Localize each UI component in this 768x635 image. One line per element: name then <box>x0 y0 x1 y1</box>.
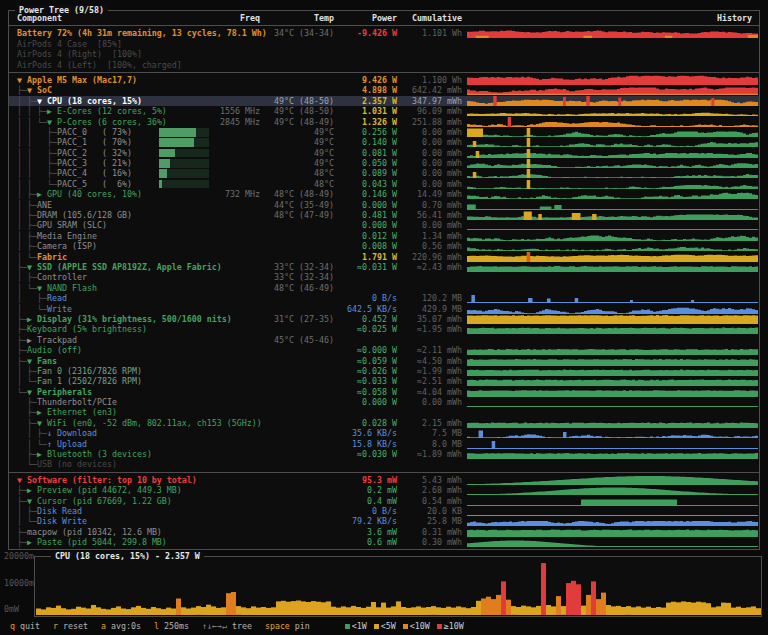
tree-row[interactable]: │ ├─▼ CPU (18 cores, 15%)49°C (48-50)2.3… <box>9 96 759 106</box>
core-usage-bar <box>159 149 209 158</box>
power-tree-panel: Power Tree (9/58) ComponentFreqTempPower… <box>8 10 760 550</box>
temp-value: 49°C <box>264 137 334 148</box>
component-name: PACC_5 ( 6%) <box>57 179 132 189</box>
component-name: ▼ P-Cores (6 cores, 36%) <box>47 117 167 127</box>
tree-row[interactable]: │ └─↑ Upload15.8 KB/s8.0 MB <box>9 439 759 449</box>
power-value: 0.000 W <box>337 200 397 211</box>
hotkey-tree[interactable]: ↑↓←→↵ tree <box>202 621 252 631</box>
tree-row[interactable]: │ └─Fan 1 (2502/7826 RPM)≈0.033 W≈2.51 m… <box>9 376 759 386</box>
history-sparkline <box>467 137 758 147</box>
tree-prefix: ├─ <box>17 324 27 334</box>
power-legend: <1W<5W<10W≥10W <box>345 621 464 631</box>
component-name: ▼ Cursor (pid 67669, 1.22 GB) <box>27 496 172 506</box>
hotkey-reset[interactable]: r reset <box>53 621 88 631</box>
tree-row[interactable]: ├─▼ Cursor (pid 67669, 1.22 GB)0.4 mW0.5… <box>9 496 759 506</box>
component-name: ▶ Bluetooth (3 devices) <box>37 449 152 459</box>
tree-row[interactable]: │ └─Fabric1.791 W220.96 mWh <box>9 252 759 262</box>
tree-row[interactable]: ├─Keyboard (5% brightness)≈0.025 W≈1.95 … <box>9 324 759 334</box>
column-header-history: History <box>467 13 752 24</box>
tree-row[interactable]: │ ├─DRAM (105.6/128 GB)48°C (47-49)0.481… <box>9 210 759 220</box>
component-name: ↑ Upload <box>47 439 87 449</box>
legend-label: <10W <box>410 621 430 631</box>
tree-row[interactable]: │ ├─Media Engine0.012 W1.34 mWh <box>9 231 759 241</box>
history-sparkline <box>467 314 758 324</box>
tree-row[interactable]: ├─macpow (pid 10342, 12.6 MB)3.6 mW0.31 … <box>9 527 759 537</box>
power-value: ≈0.033 W <box>337 376 397 387</box>
tree-row[interactable]: AirPods 4 (Left) [100%, charged] <box>9 60 759 70</box>
tree-row[interactable]: ▼ Apple M5 Max (Mac17,7)9.426 W1.100 Wh <box>9 75 759 85</box>
tree-row[interactable]: │ │ ├─▶ E-Cores (12 cores, 5%)1556 MHz49… <box>9 106 759 116</box>
tree-row[interactable]: │ │ └─▼ P-Cores (6 cores, 36%)2845 MHz49… <box>9 117 759 127</box>
history-sparkline <box>467 220 758 230</box>
tree-rows-container: ComponentFreqTempPowerCumulativeHistoryB… <box>9 11 759 549</box>
power-value: 1.791 W <box>337 252 397 263</box>
tree-row[interactable]: │ ├─Fan 0 (2316/7826 RPM)≈0.026 W≈1.99 m… <box>9 366 759 376</box>
history-cell <box>467 127 758 137</box>
tree-row[interactable]: │ │ ├─PACC_1 ( 70%)49°C0.140 W0.00 mWh <box>9 137 759 147</box>
component-name: AirPods 4 Case [85%] <box>17 39 122 49</box>
tree-row[interactable]: ├─▶ Display (31% brightness, 500/1600 ni… <box>9 314 759 324</box>
component-name: ▼ Software (filter: top 10 by total) <box>17 475 197 485</box>
column-header-temp: Temp <box>264 13 334 24</box>
history-sparkline <box>467 485 758 495</box>
history-cell <box>467 220 758 230</box>
power-value: 0.6 mW <box>337 537 397 548</box>
tree-row[interactable]: ├─▶ Ethernet (en3) <box>9 407 759 417</box>
tree-row[interactable]: ├─▶ Preview (pid 44672, 449.3 MB)0.2 mW2… <box>9 485 759 495</box>
history-sparkline <box>467 345 758 355</box>
tree-row[interactable]: │ │ └─PACC_5 ( 6%)48°C0.043 W0.00 mWh <box>9 179 759 189</box>
tree-prefix: ├─ <box>17 537 27 547</box>
tree-row[interactable]: │ ├─Read0 B/s120.2 MB <box>9 293 759 303</box>
history-sparkline <box>467 356 758 366</box>
tree-row[interactable]: │ ├─Disk Read0 B/s20.0 KB <box>9 506 759 516</box>
tree-row[interactable]: ├─▶ Mail (pid 92428, 223.0 MB)0.1 mW0.28… <box>9 548 759 549</box>
hotkey-pin[interactable]: space pin <box>265 621 310 631</box>
tree-prefix: │ ├─ <box>17 272 37 282</box>
tree-row[interactable]: Battery 72% (4h 31m remaining, 13 cycles… <box>9 28 759 38</box>
tree-row[interactable]: ├─▼ SoC4.898 W642.42 mWh <box>9 85 759 95</box>
tree-prefix: │ │ ├─ <box>17 127 57 137</box>
tree-row[interactable]: │ ├─Controller33°C (32-34) <box>9 272 759 282</box>
tree-row[interactable]: └─▼ Peripherals≈0.058 W≈4.04 mWh <box>9 387 759 397</box>
core-usage-bar <box>159 159 209 168</box>
tree-row[interactable]: ├─▼ WiFi (en0, -52 dBm, 802.11ax, ch153 … <box>9 418 759 428</box>
history-sparkline <box>467 39 758 49</box>
tree-row[interactable]: ├─Thunderbolt/PCIe0.000 W0.00 mWh <box>9 397 759 407</box>
tree-row[interactable]: ├─▼ SSD (APPLE SSD AP8192Z, Apple Fabric… <box>9 262 759 272</box>
tree-row[interactable]: │ │ ├─PACC_3 ( 21%)49°C0.050 W0.00 mWh <box>9 158 759 168</box>
history-sparkline <box>467 459 758 469</box>
hotkey-quit[interactable]: q quit <box>10 621 40 631</box>
tree-row[interactable]: │ ├─↓ Download35.6 KB/s7.5 MB <box>9 428 759 438</box>
history-cell <box>467 496 758 506</box>
tree-row[interactable]: ├─▶ Bluetooth (3 devices)≈0.030 W≈1.89 m… <box>9 449 759 459</box>
y-tick-max: 20000m <box>4 551 34 561</box>
tree-row[interactable]: │ ├─ANE44°C (35-49)0.000 W0.70 mWh <box>9 200 759 210</box>
tree-row[interactable]: └─USB (no devices) <box>9 459 759 469</box>
tree-row[interactable]: ▼ Software (filter: top 10 by total)95.3… <box>9 475 759 485</box>
tree-row[interactable]: │ ├─▶ GPU (40 cores, 10%)732 MHz48°C (48… <box>9 189 759 199</box>
tree-row[interactable]: │ └─Write642.5 KB/s429.9 MB <box>9 304 759 314</box>
tree-row[interactable]: AirPods 4 (Right) [100%] <box>9 49 759 59</box>
component-name: Fabric <box>37 252 67 262</box>
tree-row[interactable]: ├─▼ Fans≈0.059 W≈4.50 mWh <box>9 356 759 366</box>
tree-prefix: │ ├─ <box>17 366 37 376</box>
tree-row[interactable]: │ ├─Camera (ISP)0.008 W0.56 mWh <box>9 241 759 251</box>
tree-row[interactable]: │ │ ├─PACC_0 ( 73%)49°C0.256 W0.00 mWh <box>9 127 759 137</box>
cumulative-value: 0.56 mWh <box>401 241 462 252</box>
tree-row[interactable]: │ └─▼ NAND Flash48°C (46-49) <box>9 283 759 293</box>
tree-row[interactable]: ├─▶ Paste (pid 5044, 299.8 MB)0.6 mW0.30… <box>9 537 759 547</box>
cumulative-value: ≈2.11 mWh <box>401 345 462 356</box>
tree-row[interactable]: │ │ ├─PACC_2 ( 32%)49°C0.081 W0.00 mWh <box>9 148 759 158</box>
tree-row[interactable]: │ ├─GPU SRAM (SLC)0.000 W0.00 mWh <box>9 220 759 230</box>
cumulative-value: ≈2.51 mWh <box>401 376 462 387</box>
temp-value: 48°C (47-49) <box>264 210 334 221</box>
tree-row[interactable]: │ └─Disk Write79.2 KB/s25.8 MB <box>9 516 759 526</box>
power-value: -9.426 W <box>337 28 397 39</box>
tree-row[interactable]: ├─Audio (off)≈0.000 W≈2.11 mWh <box>9 345 759 355</box>
tree-row[interactable]: │ │ ├─PACC_4 ( 16%)48°C0.089 W0.00 mWh <box>9 168 759 178</box>
history-sparkline <box>467 252 758 262</box>
hotkey-avg-0s[interactable]: a avg:0s <box>101 621 141 631</box>
tree-row[interactable]: ├─▶ Trackpad45°C (45-46) <box>9 335 759 345</box>
hotkey-250ms[interactable]: l 250ms <box>154 621 189 631</box>
tree-row[interactable]: AirPods 4 Case [85%] <box>9 39 759 49</box>
